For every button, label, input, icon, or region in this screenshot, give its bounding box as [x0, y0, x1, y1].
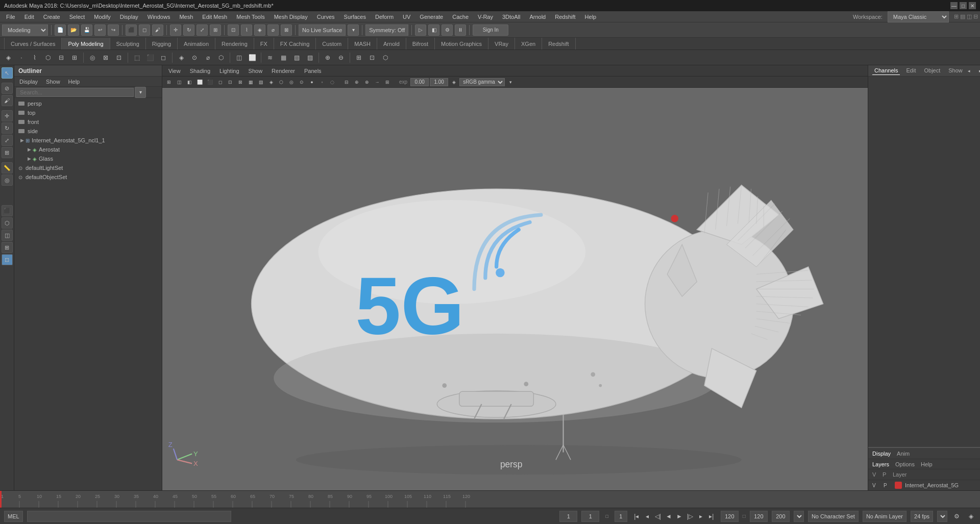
channels-tab[interactable]: Channels	[872, 66, 900, 75]
tab-animation[interactable]: Animation	[178, 38, 215, 49]
current-frame-input[interactable]	[581, 511, 599, 522]
tab-sculpting[interactable]: Sculpting	[110, 38, 146, 49]
measure-tool[interactable]: 📏	[2, 162, 13, 173]
snap-grid-button[interactable]: ⊡	[228, 24, 239, 36]
outliner-help-menu[interactable]: Help	[65, 78, 83, 86]
lasso-tool-button[interactable]: ◻	[139, 24, 150, 36]
lasso-tool[interactable]: ⊘	[2, 83, 13, 94]
tab-redshift[interactable]: Redshift	[542, 38, 575, 49]
fill-hole-button[interactable]: ⬡	[215, 52, 227, 64]
bevel-button[interactable]: ◻	[157, 52, 169, 64]
outliner-display-menu[interactable]: Display	[16, 78, 41, 86]
separate-button[interactable]: ⊖	[335, 52, 347, 64]
start-frame-input[interactable]	[559, 511, 577, 522]
paint-sel-button[interactable]: 🖌	[152, 24, 163, 36]
tree-item-top[interactable]: top	[14, 108, 162, 117]
tab-custom[interactable]: Custom	[316, 38, 348, 49]
tab-vray[interactable]: VRay	[488, 38, 515, 49]
undo-button[interactable]: ↩	[94, 24, 106, 36]
anim-end-2-input[interactable]	[772, 511, 790, 522]
ring-sel-button[interactable]: ⊙	[188, 52, 201, 64]
prev-frame-button[interactable]: ◂	[642, 511, 652, 521]
render-settings-button[interactable]: ⚙	[442, 24, 453, 36]
play-forward-button[interactable]: ►	[674, 511, 684, 521]
open-scene-button[interactable]: 📂	[68, 24, 79, 36]
layers-sub-options[interactable]: Options	[895, 461, 915, 467]
show-tab[interactable]: Show	[946, 66, 965, 75]
menu-modify[interactable]: Modify	[90, 13, 114, 21]
play-back-button[interactable]: ◄	[664, 511, 674, 521]
panel-layout-2[interactable]: ⬡	[2, 217, 13, 229]
minimize-button[interactable]: —	[950, 2, 958, 9]
menu-display[interactable]: Display	[116, 13, 142, 21]
convert-sel-button[interactable]: ⊡	[113, 52, 125, 64]
edit-tab[interactable]: Edit	[904, 66, 918, 75]
rotate-tool[interactable]: ↻	[2, 122, 13, 134]
vp-btn-light[interactable]: ◎	[287, 78, 296, 87]
select-mode-button[interactable]: ◈	[2, 52, 14, 64]
maximize-button[interactable]: □	[960, 2, 967, 9]
exposure-input[interactable]	[410, 78, 429, 86]
vp-btn-5[interactable]: ⬛	[205, 78, 214, 87]
color-space-select[interactable]: sRGB gamma	[459, 78, 505, 86]
tab-mash[interactable]: MASH	[348, 38, 377, 49]
vp-btn-resolve[interactable]: ⊕	[352, 78, 361, 87]
vp-btn-ao[interactable]: ●	[307, 78, 316, 87]
prev-key-button[interactable]: ◁|	[653, 511, 663, 521]
frame-field-input[interactable]	[615, 511, 627, 522]
panel-layout-4[interactable]: ⊞	[2, 242, 13, 253]
menu-curves[interactable]: Curves	[313, 13, 339, 21]
soften-button[interactable]: ▧	[290, 52, 303, 64]
menu-surfaces[interactable]: Surfaces	[340, 13, 370, 21]
viewport-shading-menu[interactable]: Shading	[186, 67, 214, 75]
viewport-panels-menu[interactable]: Panels	[300, 67, 326, 75]
tab-fx[interactable]: FX	[254, 38, 274, 49]
vp-btn-shadow[interactable]: ⊙	[297, 78, 306, 87]
menu-edit-mesh[interactable]: Edit Mesh	[198, 13, 231, 21]
extract-button[interactable]: ⬡	[379, 52, 391, 64]
vp-btn-8[interactable]: ⊠	[236, 78, 245, 87]
tab-xgen[interactable]: XGen	[515, 38, 542, 49]
tab-arnold[interactable]: Arnold	[377, 38, 406, 49]
outliner-search-options-button[interactable]: ▾	[135, 87, 146, 98]
universal-manip-tool[interactable]: ⊞	[2, 147, 13, 158]
paint-select-tool[interactable]: 🖌	[2, 95, 13, 106]
panel-layout-1[interactable]: ⬛	[2, 205, 13, 216]
viewport-canvas[interactable]: 5G	[162, 88, 868, 490]
snap-view-button[interactable]: ⊠	[281, 24, 292, 36]
anim-end-input[interactable]	[750, 511, 768, 522]
color-space-options-button[interactable]: ▾	[506, 78, 515, 87]
multi-mode-button[interactable]: ⊞	[68, 52, 81, 64]
shaded-button[interactable]: ⬜	[246, 52, 258, 64]
tree-item-aerostat[interactable]: ▶ ◈ Aerostat	[14, 145, 162, 154]
menu-windows[interactable]: Windows	[143, 13, 175, 21]
select-tool-button[interactable]: ⬛	[126, 24, 137, 36]
snap-curve-button[interactable]: ⌇	[241, 24, 252, 36]
vp-btn-2[interactable]: ◫	[175, 78, 184, 87]
select-tool[interactable]: ↖	[2, 67, 13, 79]
goto-start-button[interactable]: |◂	[631, 511, 642, 521]
viewport-lighting-menu[interactable]: Lighting	[215, 67, 243, 75]
extrude-button[interactable]: ⬚	[131, 52, 143, 64]
mode-dropdown[interactable]: Modeling	[2, 24, 48, 36]
tree-item-lightset[interactable]: ⊙ defaultLightSet	[14, 163, 162, 172]
uv-mode-button[interactable]: ⊟	[55, 52, 67, 64]
vp-btn-10[interactable]: ▧	[256, 78, 265, 87]
menu-mesh[interactable]: Mesh	[175, 13, 197, 21]
move-tool-button[interactable]: ✛	[170, 24, 181, 36]
ch-btn-1[interactable]: ◂	[965, 66, 974, 76]
goto-end-button[interactable]: ▸|	[706, 511, 717, 521]
render-button[interactable]: ▷	[415, 24, 426, 36]
vp-btn-3[interactable]: ◧	[185, 78, 194, 87]
anim-hotkey-button[interactable]: ◈	[966, 511, 976, 521]
tree-item-glass[interactable]: ▶ ◈ Glass	[14, 154, 162, 163]
bridge-button[interactable]: ⬛	[144, 52, 156, 64]
combine-button[interactable]: ⊕	[322, 52, 334, 64]
tab-bifrost[interactable]: Bifrost	[406, 38, 435, 49]
outliner-show-menu[interactable]: Show	[43, 78, 63, 86]
tree-item-objectset[interactable]: ⊙ defaultObjectSet	[14, 172, 162, 182]
layers-sub-help[interactable]: Help	[921, 461, 933, 467]
vp-btn-1[interactable]: ⊞	[164, 78, 174, 87]
menu-select[interactable]: Select	[65, 13, 89, 21]
tree-item-side[interactable]: side	[14, 127, 162, 136]
